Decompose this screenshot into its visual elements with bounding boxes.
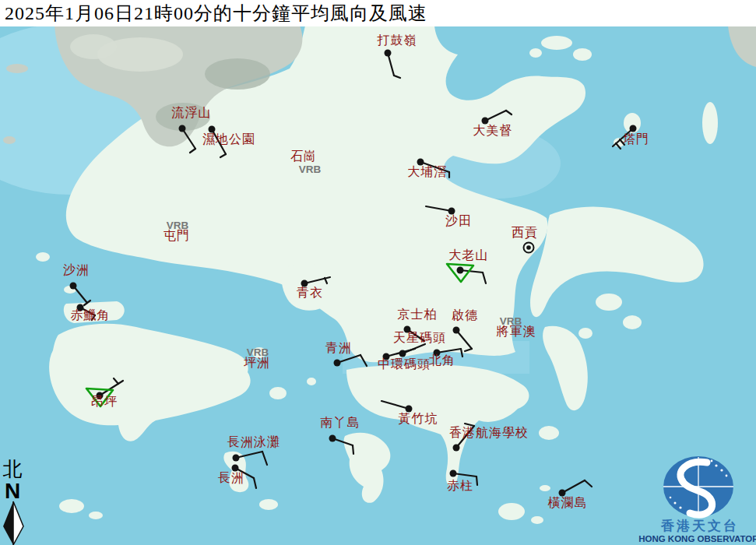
islet-kau-yi-chau (307, 378, 316, 385)
station-dot (70, 283, 77, 290)
islet (531, 516, 543, 524)
map-canvas: 打鼓嶺流浮山濕地公園VRB石崗大美督塔門大埔滘沙田西貢大老山VRB屯門沙洲赤鱲角… (0, 0, 756, 545)
station-label: 沙田 (445, 214, 472, 227)
islet (89, 512, 103, 519)
island-hei-ling-chau (269, 387, 287, 399)
title-bar: 2025年1月06日21時00分的十分鐘平均風向及風速 (0, 0, 756, 26)
island-shek-kwu-chau (259, 499, 278, 510)
station-label: 青衣 (297, 286, 323, 299)
island-po-toi (498, 503, 525, 520)
island-kau-sai-chau (596, 294, 622, 311)
station-label: 昂坪 (91, 395, 118, 408)
station-label: 北角 (429, 353, 455, 367)
map-title: 2025年1月06日21時00分的十分鐘平均風向及風速 (0, 1, 427, 26)
station-dot (453, 445, 460, 452)
station-dot (526, 245, 531, 250)
station-label: 西貢 (512, 226, 538, 240)
islet (623, 315, 642, 329)
station-label: 赤鱲角 (71, 308, 111, 322)
station-dot (450, 470, 457, 477)
islet (6, 64, 28, 73)
station-label: 中環碼頭 (378, 357, 431, 371)
island-soko (59, 499, 84, 513)
island-crooked (541, 36, 572, 50)
station-label: 流浮山 (172, 106, 212, 119)
station-dot (453, 327, 460, 334)
islet (578, 328, 592, 339)
compass-cn-label: 北 (3, 459, 23, 480)
station-label: 塔門 (623, 132, 649, 146)
station-label: 濕地公園 (202, 132, 255, 146)
island-tung-lung (539, 426, 559, 440)
islet-waglan (540, 485, 550, 491)
station-label: 將軍澳 (497, 325, 536, 338)
station-label: 南丫島 (321, 416, 360, 429)
station-label: 香港航海學校 (449, 426, 529, 439)
station-label: 黃竹坑 (399, 412, 438, 425)
station-label: 坪洲 (244, 356, 270, 369)
station-dot (457, 267, 464, 274)
islet (3, 136, 16, 144)
station-label: 大埔滘 (408, 165, 448, 178)
station-label: 京士柏 (398, 308, 438, 321)
urban-texture (205, 58, 270, 90)
station-label: 沙洲 (63, 263, 90, 276)
station-dot (329, 435, 336, 442)
station-dot (179, 125, 186, 132)
station-label: 石崗 (290, 149, 317, 163)
station-label: 青洲 (325, 341, 352, 354)
station-dot (334, 360, 341, 367)
station-dot (630, 125, 637, 132)
islet (529, 48, 542, 58)
station-label: 大美督 (473, 124, 513, 137)
wind-map-frame: 打鼓嶺流浮山濕地公園VRB石崗大美督塔門大埔滘沙田西貢大老山VRB屯門沙洲赤鱲角… (0, 0, 756, 545)
station-label: 屯門 (164, 229, 190, 242)
station-label: 打鼓嶺 (377, 33, 417, 47)
station-dot (385, 50, 392, 57)
urban-texture (70, 34, 117, 59)
station-label: 赤柱 (447, 479, 473, 492)
vrb-label: VRB (299, 164, 322, 175)
islet (573, 48, 592, 61)
station-label: 大老山 (449, 248, 489, 262)
hko-logo-en: HONG KONG OBSERVATORY (638, 534, 756, 543)
compass-n-label: N (5, 479, 20, 503)
islet (36, 252, 50, 262)
station-label: 橫瀾島 (548, 496, 588, 509)
island-ma-wan (264, 268, 275, 277)
wind-barb (353, 445, 353, 454)
station-label: 長洲泳灘 (227, 435, 280, 448)
wind-barb (476, 476, 477, 485)
station-label: 長洲 (218, 471, 244, 484)
hko-logo-cn: 香港天文台 (660, 519, 739, 533)
station-dot (233, 455, 240, 462)
station-label: 啟德 (452, 308, 478, 322)
island-ping-chau (702, 102, 718, 144)
station-label: 天星碼頭 (393, 331, 446, 344)
